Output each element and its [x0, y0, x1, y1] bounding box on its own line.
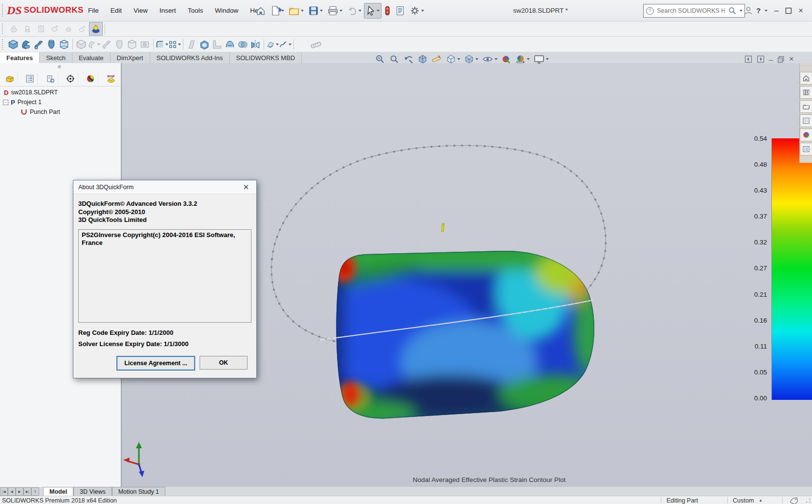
- panel-splitter-handle[interactable]: [58, 65, 61, 68]
- view-settings-icon[interactable]: [533, 53, 549, 65]
- help-caret[interactable]: [765, 10, 767, 12]
- help-search-box[interactable]: ?: [643, 4, 745, 18]
- view-palette-icon[interactable]: [800, 114, 812, 127]
- view-orientation-icon[interactable]: [445, 53, 461, 65]
- restore-document-icon[interactable]: [777, 56, 785, 63]
- menu-window[interactable]: Window: [209, 0, 244, 21]
- apply-scene-icon[interactable]: [515, 53, 530, 65]
- rib-icon[interactable]: [211, 38, 224, 51]
- section-view-icon[interactable]: [417, 53, 429, 65]
- tab-splitter-handle[interactable]: ‖: [31, 487, 39, 496]
- configurations-tab-icon[interactable]: [63, 72, 78, 85]
- lofted-boss-icon[interactable]: [45, 38, 58, 51]
- home-icon[interactable]: [253, 3, 268, 19]
- close-icon[interactable]: ×: [795, 6, 807, 15]
- search-scope-caret[interactable]: [740, 10, 743, 12]
- swept-boss-icon[interactable]: [32, 38, 45, 51]
- tab-model[interactable]: Model: [43, 487, 73, 496]
- swept-cut-icon[interactable]: [100, 38, 113, 51]
- user-icon[interactable]: [744, 6, 753, 16]
- zoom-fit-icon[interactable]: [374, 53, 386, 65]
- search-icon[interactable]: [728, 6, 737, 15]
- dialog-titlebar[interactable]: About 3DQuickForm ✕: [73, 180, 256, 194]
- measure-icon[interactable]: [431, 53, 443, 65]
- hole-wizard-icon[interactable]: [138, 38, 151, 51]
- collapse-expander-icon[interactable]: –: [3, 100, 8, 105]
- toolbar-drag-handle[interactable]: [1, 4, 7, 17]
- 3dqf-tool-2-icon[interactable]: [21, 22, 34, 36]
- shell-icon[interactable]: [198, 38, 211, 51]
- toolbar2-drag-handle[interactable]: [2, 23, 5, 34]
- lofted-cut-icon[interactable]: [113, 38, 126, 51]
- mirror-icon[interactable]: [249, 38, 262, 51]
- resize-grip[interactable]: [805, 498, 811, 504]
- minimize-icon[interactable]: –: [770, 6, 782, 15]
- menu-edit[interactable]: Edit: [105, 0, 128, 21]
- revolved-cut-icon[interactable]: [88, 38, 100, 51]
- boundary-boss-icon[interactable]: [58, 38, 70, 51]
- 3dqf-about-icon[interactable]: [89, 22, 103, 36]
- revolved-boss-icon[interactable]: [20, 38, 32, 51]
- tab-motion-study-1[interactable]: Motion Study 1: [112, 487, 165, 496]
- close-document-icon[interactable]: ×: [789, 55, 793, 64]
- print-icon[interactable]: [325, 3, 344, 19]
- featuremanager-tab-icon[interactable]: [23, 72, 38, 85]
- collapse-left-pane-icon[interactable]: [744, 55, 752, 63]
- previous-view-icon[interactable]: [403, 53, 414, 65]
- undo-icon[interactable]: [345, 3, 363, 19]
- design-library-icon[interactable]: [800, 86, 812, 99]
- tab-3d-views[interactable]: 3D Views: [73, 487, 112, 496]
- tab-features[interactable]: Features: [0, 52, 40, 63]
- status-units[interactable]: Custom: [733, 497, 754, 504]
- save-icon[interactable]: [306, 3, 325, 19]
- rebuild-icon[interactable]: [382, 3, 393, 19]
- first-tab-icon[interactable]: |◀: [0, 487, 8, 496]
- menu-file[interactable]: File: [82, 0, 105, 21]
- extruded-boss-icon[interactable]: [7, 38, 20, 51]
- wrap-icon[interactable]: [224, 38, 236, 51]
- tree-item-project1[interactable]: – P Project 1: [0, 97, 121, 107]
- display-style-icon[interactable]: [463, 53, 479, 65]
- menu-tools[interactable]: Tools: [182, 0, 209, 21]
- fillet-icon[interactable]: [156, 38, 168, 51]
- maximize-icon[interactable]: [785, 7, 792, 14]
- custom-properties-icon[interactable]: [800, 143, 812, 155]
- open-icon[interactable]: [287, 3, 306, 19]
- part-tab-icon[interactable]: [2, 72, 18, 85]
- edit-appearance-icon[interactable]: [500, 53, 512, 65]
- 3dqf-tab-icon[interactable]: 3DQF: [104, 72, 118, 85]
- file-explorer-icon[interactable]: [800, 100, 812, 113]
- 3dqf-tool-5-icon[interactable]: [62, 22, 75, 36]
- instant3d-ruler-icon[interactable]: [310, 38, 322, 51]
- dimxpertmanager-tab-icon[interactable]: [83, 72, 98, 85]
- linear-pattern-icon[interactable]: [168, 38, 181, 51]
- 3dqf-tool-3-icon[interactable]: [34, 22, 48, 36]
- 3dqf-tool-4-icon[interactable]: [48, 22, 62, 36]
- dialog-close-icon[interactable]: ✕: [241, 183, 251, 192]
- tab-solidworks-add-ins[interactable]: SOLIDWORKS Add-Ins: [150, 52, 230, 63]
- propertymanager-tab-icon[interactable]: [43, 72, 58, 85]
- collapse-right-pane-icon[interactable]: [757, 55, 765, 63]
- search-input[interactable]: [656, 7, 726, 15]
- taskpane-home-icon[interactable]: [800, 72, 812, 85]
- select-cursor-icon[interactable]: [364, 3, 382, 19]
- tag-icon[interactable]: [789, 497, 798, 504]
- tree-item-punch-part[interactable]: Punch Part: [0, 107, 121, 117]
- tree-root-item[interactable]: D sw2018.SLDPRT: [0, 88, 121, 97]
- reference-geometry-icon[interactable]: [266, 38, 279, 51]
- 3dqf-tool-6-icon[interactable]: [75, 22, 89, 36]
- 3dqf-tool-1-icon[interactable]: [7, 22, 21, 36]
- new-document-icon[interactable]: [269, 3, 286, 19]
- options-gear-icon[interactable]: [407, 3, 426, 19]
- help-icon[interactable]: ?: [756, 6, 761, 15]
- curves-icon[interactable]: [279, 38, 292, 51]
- extruded-cut-icon[interactable]: [75, 38, 88, 51]
- draft-icon[interactable]: [185, 38, 198, 51]
- ok-button[interactable]: OK: [200, 356, 248, 370]
- zoom-area-icon[interactable]: [388, 53, 400, 65]
- license-agreement-button[interactable]: License Agreement ...: [116, 356, 195, 371]
- minimize-document-icon[interactable]: –: [769, 55, 773, 64]
- menu-view[interactable]: View: [128, 0, 154, 21]
- next-tab-icon[interactable]: ▶: [16, 487, 23, 496]
- boundary-cut-icon[interactable]: [126, 38, 138, 51]
